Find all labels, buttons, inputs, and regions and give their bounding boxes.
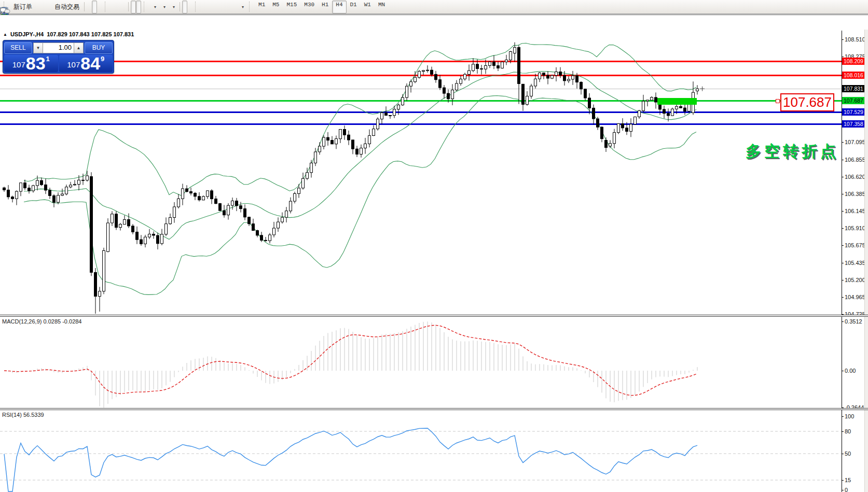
text-label-button[interactable]: T: [232, 1, 237, 13]
sell-price-prefix: 107: [12, 60, 25, 69]
symbol-ohlc: 107.829 107.843 107.825 107.831: [47, 31, 134, 37]
price-tick-label: 106.145: [845, 208, 865, 214]
candlestick-series: [3, 43, 699, 314]
styler-button[interactable]: [35, 1, 40, 13]
candlestick-chart-button[interactable]: [92, 1, 97, 13]
timeframe-mn-button[interactable]: MN: [375, 1, 389, 13]
sell-price-big: 83: [26, 55, 46, 71]
fibonacci-button[interactable]: F: [222, 1, 227, 13]
volume-up-button[interactable]: ▲: [74, 43, 84, 53]
rsi-indicator[interactable]: [0, 410, 842, 492]
crosshair-button[interactable]: [187, 1, 192, 13]
arrows-button[interactable]: ▾: [237, 1, 246, 13]
macd-tick-label: 0.00: [845, 368, 856, 374]
axis-tick: [842, 228, 844, 229]
periods-button[interactable]: ▾: [159, 1, 168, 13]
macd-indicator[interactable]: [0, 317, 842, 408]
trendline-button[interactable]: [211, 1, 216, 13]
candlestick-chart[interactable]: [0, 30, 842, 315]
buy-price[interactable]: 107 84 9: [59, 55, 113, 72]
rsi-label: RSI(14) 56.5339: [2, 412, 44, 418]
sell-button[interactable]: SELL: [4, 42, 32, 54]
auto-trading-button[interactable]: 自动交易: [50, 1, 82, 13]
price-tick-label: 108.510: [845, 36, 865, 43]
symbol-info: ▲ USDJPY-,H4 107.829 107.843 107.825 107…: [3, 31, 134, 37]
toolbar-grip: [249, 2, 253, 12]
toolbar: 新订单自动交易▾▾▾EFAT▾M1M5M15M30H1H4D1W1MN: [0, 0, 868, 14]
price-tick-label: 104.965: [845, 294, 865, 300]
chevron-down-icon: ▾: [163, 5, 166, 9]
rsi-line: [4, 428, 697, 491]
zoom-out-button[interactable]: [116, 1, 121, 13]
timeframe-h4-button[interactable]: H4: [332, 1, 346, 13]
axis-tick: [842, 194, 844, 194]
window-edge-strip: [864, 30, 868, 492]
trend-up-icon: ▲: [3, 32, 7, 37]
timeframe-m1-button[interactable]: M1: [255, 1, 269, 13]
highlight-rectangle[interactable]: [657, 98, 697, 105]
axis-tick: [842, 371, 844, 371]
axis-tick: [842, 280, 844, 280]
timeframe-d1-button[interactable]: D1: [347, 1, 361, 13]
new-order-button[interactable]: 新订单: [9, 1, 35, 13]
chart-shift-button[interactable]: [136, 1, 141, 13]
bollinger-lower: [24, 96, 696, 295]
horizontal-line-button[interactable]: [206, 1, 211, 13]
text-button[interactable]: A: [227, 1, 232, 13]
volume-down-button[interactable]: ▼: [33, 43, 43, 53]
sell-price-sup: 1: [46, 55, 50, 63]
price-badge: 107.529: [842, 108, 866, 116]
toolbar-separator: [180, 2, 180, 11]
bollinger-middle: [24, 72, 696, 240]
chinese-annotation[interactable]: 多空转折点: [746, 141, 839, 162]
cursor-button[interactable]: [182, 1, 187, 13]
pane-separator[interactable]: [0, 408, 868, 410]
tile-windows-button[interactable]: [121, 1, 126, 13]
buy-button[interactable]: BUY: [85, 42, 113, 54]
axis-tick: [842, 177, 844, 177]
timeframe-m15-button[interactable]: M15: [283, 1, 300, 13]
price-annotation-label: 107.687: [783, 94, 832, 110]
buy-price-big: 84: [80, 55, 100, 71]
auto-scroll-button[interactable]: [131, 1, 136, 13]
data-window-button[interactable]: [45, 1, 50, 13]
price-badge: 108.016: [842, 72, 866, 79]
toolbar-separator: [144, 2, 148, 12]
axis-tick: [842, 480, 844, 481]
chart-window[interactable]: ▲ USDJPY-,H4 107.829 107.843 107.825 107…: [0, 15, 868, 492]
indicators-button[interactable]: ▾: [149, 1, 159, 13]
timeframe-w1-button[interactable]: W1: [361, 1, 375, 13]
axis-tick: [842, 39, 844, 40]
auto-trading-button-label: 自动交易: [54, 3, 79, 11]
price-tick-label: 106.620: [845, 174, 865, 180]
search-button[interactable]: [847, 1, 852, 13]
price-box-anchor: [776, 99, 780, 103]
line-chart-button[interactable]: [97, 1, 102, 13]
bar-chart-button[interactable]: [87, 1, 92, 13]
axis-tick: [842, 431, 844, 432]
timeframe-h1-button[interactable]: H1: [318, 1, 332, 13]
rsi-tick-label: 80: [845, 428, 851, 434]
templates-button[interactable]: ▾: [168, 1, 177, 13]
axis-tick: [842, 263, 844, 263]
macd-tick-label: 0.3512: [845, 318, 862, 325]
toolbar-separator: [195, 2, 199, 12]
vertical-line-button[interactable]: [201, 1, 206, 13]
timeframe-m5-button[interactable]: M5: [269, 1, 283, 13]
timeframe-m30-button[interactable]: M30: [300, 1, 318, 13]
price-annotation-box[interactable]: 107.687: [780, 93, 834, 111]
profiles-button[interactable]: [40, 1, 45, 13]
pane-separator[interactable]: [0, 315, 868, 317]
rsi-tick-label: 0: [845, 487, 848, 492]
rsi-tick-label: 100: [845, 413, 854, 419]
price-tick-label: 105.910: [845, 225, 865, 231]
chevron-down-icon: ▾: [154, 5, 156, 9]
sell-price[interactable]: 107 83 1: [4, 55, 58, 72]
volume-input[interactable]: 1.00: [43, 43, 74, 53]
axis-tick: [842, 321, 844, 322]
chat-button[interactable]: [857, 1, 862, 13]
channel-button[interactable]: E: [216, 1, 222, 13]
price-tick-label: 106.385: [845, 191, 865, 197]
macd-histogram: [4, 321, 697, 407]
zoom-in-button[interactable]: [111, 1, 116, 13]
